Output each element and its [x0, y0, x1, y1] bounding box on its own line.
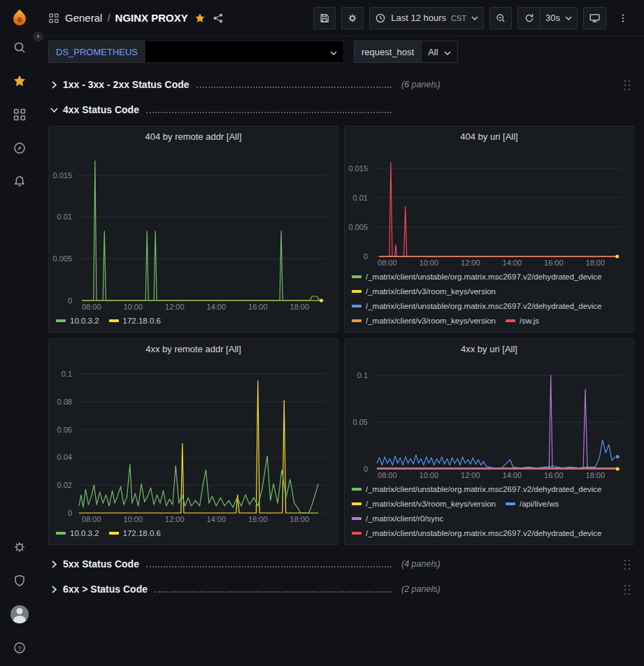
row-6xx[interactable]: 6xx > Status Code (2 panels)	[48, 579, 634, 600]
series-name: /api/live/ws	[520, 500, 559, 508]
sidebar: › ?	[0, 0, 38, 666]
svg-text:10:00: 10:00	[420, 471, 439, 479]
variable-ds-prometheus: DS_PROMETHEUS	[48, 41, 344, 63]
starred-icon[interactable]	[6, 67, 34, 95]
row-dotted-leader	[146, 107, 392, 113]
svg-text:0.06: 0.06	[57, 426, 72, 434]
legend-item[interactable]: /_matrix/client/unstable/org.matrix.msc2…	[352, 269, 602, 284]
grafana-logo[interactable]	[10, 8, 29, 28]
legend-item[interactable]: /api/live/ws	[506, 496, 559, 511]
row-drag-handle[interactable]	[622, 78, 631, 92]
series-name: 10.0.3.2	[70, 529, 99, 537]
search-icon[interactable]	[6, 34, 34, 61]
refresh-group: 30s	[517, 7, 578, 29]
dashboard-settings-button[interactable]	[341, 7, 364, 29]
zoom-out-button[interactable]	[489, 7, 512, 29]
chart-legend: 10.0.3.2172.18.0.6	[49, 525, 338, 544]
time-series-chart[interactable]: 00.0050.010.01508:0010:0012:0014:0016:00…	[49, 146, 338, 312]
row-panel-count: (2 panels)	[401, 584, 441, 594]
svg-text:0.005: 0.005	[348, 223, 368, 231]
chart-canvas[interactable]: 00.020.040.060.080.108:0010:0012:0014:00…	[49, 359, 338, 525]
series-color-swatch	[109, 532, 119, 535]
legend-item[interactable]: /_matrix/client/unstable/org.matrix.msc2…	[352, 526, 602, 540]
row-drag-handle[interactable]	[622, 582, 631, 597]
server-admin-shield-icon[interactable]	[6, 567, 34, 595]
share-icon[interactable]	[213, 13, 224, 24]
dashboards-icon[interactable]	[6, 101, 34, 129]
configuration-gear-icon[interactable]	[6, 533, 34, 561]
legend-item[interactable]: /_matrix/client/unstable/org.matrix.msc2…	[352, 482, 602, 496]
row-5xx[interactable]: 5xx Status Code (4 panels)	[48, 553, 634, 574]
series-color-swatch	[109, 319, 119, 322]
svg-text:18:00: 18:00	[586, 471, 606, 479]
svg-text:0: 0	[364, 252, 368, 261]
row-title: 4xx Status Code	[63, 104, 139, 115]
variable-host-picker[interactable]: All	[421, 41, 457, 63]
svg-text:0.05: 0.05	[353, 418, 368, 426]
panel-404-by-remote-addr: 404 by remote addr [All] 00.0050.010.015…	[48, 126, 338, 333]
time-series-chart[interactable]: 00.0050.010.01508:0010:0012:0014:0016:00…	[345, 146, 634, 268]
time-series-chart[interactable]: 00.050.108:0010:0012:0014:0016:0018:00	[345, 359, 634, 481]
legend-item[interactable]: 10.0.3.2	[56, 313, 99, 328]
save-dashboard-button[interactable]	[313, 7, 336, 29]
legend-item[interactable]: 172.18.0.6	[109, 526, 161, 540]
series-name: 10.0.3.2	[70, 317, 99, 325]
row-drag-handle[interactable]	[622, 557, 631, 572]
row-panel-count: (4 panels)	[401, 559, 441, 569]
tv-mode-button[interactable]	[583, 7, 606, 29]
variable-ds-picker[interactable]	[145, 41, 344, 63]
chart-canvas[interactable]: 00.050.108:0010:0012:0014:0016:0018:00	[345, 359, 634, 481]
alerting-bell-icon[interactable]	[6, 168, 34, 196]
svg-text:14:00: 14:00	[207, 303, 227, 311]
row-4xx[interactable]: 4xx Status Code	[48, 99, 634, 120]
legend-item[interactable]: /_matrix/client/unstable/org.matrix.msc2…	[352, 298, 602, 313]
svg-text:0: 0	[364, 465, 368, 473]
refresh-interval-picker[interactable]: 30s	[540, 7, 578, 29]
chart-legend: /_matrix/client/unstable/org.matrix.msc2…	[345, 481, 634, 544]
help-icon[interactable]: ?	[6, 634, 34, 662]
sidebar-expand-button[interactable]: ›	[32, 31, 44, 43]
refresh-button[interactable]	[517, 7, 540, 29]
panel-title[interactable]: 4xx by remote addr [All]	[49, 339, 338, 359]
series-color-swatch	[56, 319, 66, 322]
row-title: 1xx - 3xx - 2xx Status Code	[63, 79, 189, 90]
svg-text:14:00: 14:00	[503, 259, 522, 267]
refresh-interval-value: 30s	[545, 13, 560, 23]
variable-ds-label: DS_PROMETHEUS	[48, 41, 145, 63]
time-range-picker[interactable]: Last 12 hours CST	[369, 7, 484, 29]
legend-item[interactable]: /_matrix/client/v3/room_keys/version	[352, 284, 496, 298]
svg-text:14:00: 14:00	[207, 515, 227, 523]
chevron-down-icon	[565, 16, 572, 20]
legend-item[interactable]: 10.0.3.2	[56, 526, 99, 540]
legend-item[interactable]: /_matrix/client/v3/room_keys/version	[352, 496, 496, 511]
panel-title[interactable]: 404 by uri [All]	[345, 126, 634, 146]
chart-canvas[interactable]: 00.0050.010.01508:0010:0012:0014:0016:00…	[345, 146, 634, 268]
time-series-chart[interactable]: 00.020.040.060.080.108:0010:0012:0014:00…	[49, 359, 338, 525]
legend-item[interactable]: 172.18.0.6	[109, 313, 161, 328]
svg-text:?: ?	[17, 644, 21, 652]
more-options-kebab-icon[interactable]	[612, 7, 634, 29]
variables-submenu: DS_PROMETHEUS request_host All	[38, 36, 644, 67]
series-color-swatch	[352, 305, 362, 307]
dashboard-title[interactable]: NGINX PROXY	[115, 12, 188, 24]
svg-text:0.01: 0.01	[57, 212, 72, 221]
series-name: /_matrix/client/unstable/org.matrix.msc2…	[366, 529, 602, 537]
toolbar: Last 12 hours CST 30s	[313, 7, 634, 29]
chart-legend: 10.0.3.2172.18.0.6	[49, 312, 338, 332]
legend-item[interactable]: /_matrix/client/v3/room_keys/version	[352, 313, 496, 328]
panel-grid: 404 by remote addr [All] 00.0050.010.015…	[48, 126, 634, 545]
legend-item[interactable]: /sw.js	[506, 313, 539, 328]
explore-icon[interactable]	[6, 134, 34, 162]
svg-text:08:00: 08:00	[378, 259, 397, 267]
row-1xx-3xx-2xx[interactable]: 1xx - 3xx - 2xx Status Code (6 panels)	[48, 74, 634, 95]
svg-text:18:00: 18:00	[586, 259, 606, 267]
panel-title[interactable]: 404 by remote addr [All]	[49, 126, 338, 146]
chart-canvas[interactable]: 00.0050.010.01508:0010:0012:0014:0016:00…	[49, 146, 338, 312]
user-avatar[interactable]	[6, 600, 34, 628]
svg-text:0.04: 0.04	[57, 453, 72, 461]
favorite-star-icon[interactable]	[194, 13, 206, 24]
chevron-right-icon	[50, 585, 58, 593]
legend-item[interactable]: /_matrix/client/r0/sync	[352, 511, 443, 526]
breadcrumb-folder[interactable]: General	[65, 12, 102, 24]
panel-title[interactable]: 4xx by uri [All]	[345, 339, 634, 359]
